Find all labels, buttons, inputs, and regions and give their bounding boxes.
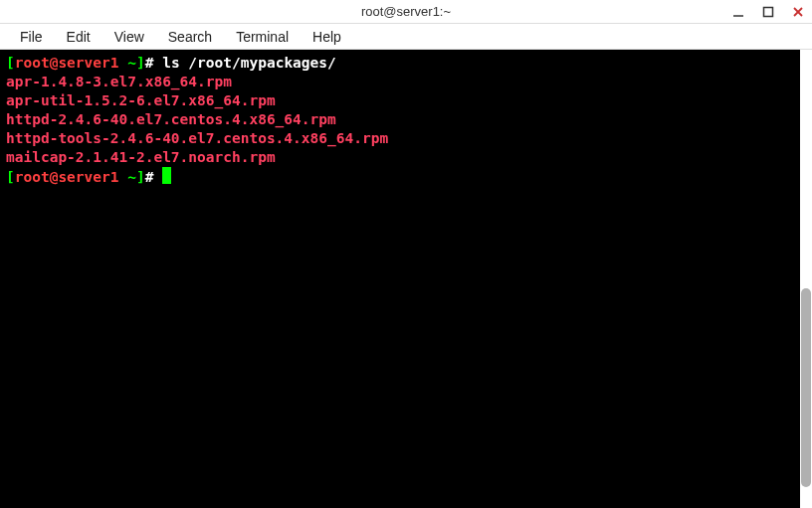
prompt-hash: # [145, 55, 162, 71]
svg-rect-1 [764, 8, 773, 17]
file-listing: apr-1.4.8-3.el7.x86_64.rpm [6, 73, 794, 91]
scrollbar-thumb[interactable] [801, 288, 811, 487]
window-title: root@server1:~ [361, 4, 451, 19]
file-listing: mailcap-2.1.41-2.el7.noarch.rpm [6, 148, 794, 167]
menu-terminal[interactable]: Terminal [226, 26, 299, 48]
prompt-bracket-open: [ [6, 55, 15, 71]
file-listing: httpd-2.4.6-40.el7.centos.4.x86_64.rpm [6, 110, 794, 129]
file-listing: httpd-tools-2.4.6-40.el7.centos.4.x86_64… [6, 129, 794, 148]
titlebar: root@server1:~ [0, 0, 812, 24]
minimize-button[interactable] [730, 4, 746, 20]
terminal-window: root@server1:~ File Edit View Search Ter… [0, 0, 812, 508]
prompt-bracket-close: ] [136, 55, 145, 71]
terminal-area: [root@server1 ~]# ls /root/mypackages/ap… [0, 50, 812, 508]
prompt-bracket-open: [ [6, 169, 15, 185]
menu-file[interactable]: File [10, 26, 53, 48]
command-text: ls /root/mypackages/ [162, 55, 336, 71]
prompt-tilde: ~ [119, 55, 136, 71]
menu-search[interactable]: Search [158, 26, 222, 48]
terminal-output[interactable]: [root@server1 ~]# ls /root/mypackages/ap… [0, 50, 800, 508]
menu-edit[interactable]: Edit [57, 26, 101, 48]
cursor-icon [162, 167, 171, 184]
menubar: File Edit View Search Terminal Help [0, 24, 812, 50]
prompt-bracket-close: ] [136, 169, 145, 185]
prompt-tilde: ~ [119, 169, 136, 185]
window-controls [730, 0, 806, 24]
prompt-hash: # [145, 169, 162, 185]
close-button[interactable] [790, 4, 806, 20]
terminal-line: [root@server1 ~]# ls /root/mypackages/ [6, 54, 794, 73]
file-listing: apr-util-1.5.2-6.el7.x86_64.rpm [6, 91, 794, 110]
maximize-button[interactable] [760, 4, 776, 20]
terminal-line: [root@server1 ~]# [6, 167, 794, 187]
prompt-userhost: root@server1 [15, 55, 119, 71]
menu-view[interactable]: View [104, 26, 154, 48]
menu-help[interactable]: Help [303, 26, 351, 48]
prompt-userhost: root@server1 [15, 169, 119, 185]
scrollbar-track[interactable] [800, 50, 812, 508]
